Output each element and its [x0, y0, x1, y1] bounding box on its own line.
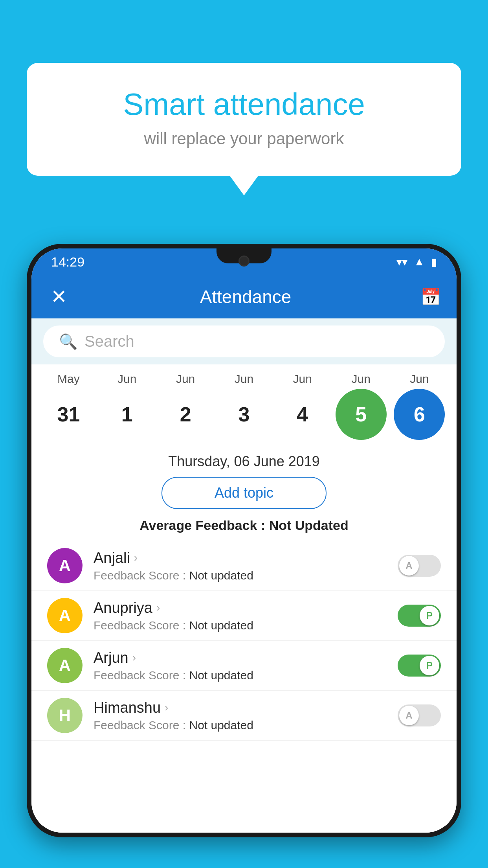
app-bar-title: Attendance: [200, 286, 292, 307]
toggle-thumb-arjun: P: [420, 656, 439, 675]
avatar-anupriya: A: [47, 598, 83, 633]
selected-date: Thursday, 06 June 2019: [31, 444, 457, 477]
toggle-thumb-anjali: A: [399, 556, 419, 576]
student-feedback-himanshu: Feedback Score : Not updated: [94, 719, 387, 732]
student-feedback-arjun: Feedback Score : Not updated: [94, 669, 387, 682]
month-4: Jun: [277, 372, 328, 386]
date-1[interactable]: 1: [101, 389, 152, 440]
speech-bubble: Smart attendance will replace your paper…: [27, 63, 461, 176]
phone-outer: 14:29 ▾▾ ▲ ▮ ✕ Attendance 📅 🔍 Search: [27, 244, 461, 837]
student-item-anupriya[interactable]: A Anupriya › Feedback Score : Not update…: [31, 591, 457, 641]
calendar-months: May Jun Jun Jun Jun Jun Jun: [39, 372, 449, 386]
avg-feedback-value: Not Updated: [269, 518, 349, 533]
student-info-anjali: Anjali › Feedback Score : Not updated: [94, 550, 387, 582]
date-5[interactable]: 5: [336, 389, 387, 440]
toggle-thumb-himanshu: A: [399, 706, 419, 725]
status-icons: ▾▾ ▲ ▮: [396, 256, 437, 268]
month-2: Jun: [160, 372, 211, 386]
phone-screen: 14:29 ▾▾ ▲ ▮ ✕ Attendance 📅 🔍 Search: [31, 248, 457, 833]
toggle-thumb-anupriya: P: [420, 606, 439, 625]
student-name-himanshu: Himanshu ›: [94, 699, 387, 716]
avg-feedback-label: Average Feedback :: [139, 518, 265, 533]
avatar-arjun: A: [47, 648, 83, 683]
wifi-icon: ▾▾: [396, 256, 407, 268]
student-info-anupriya: Anupriya › Feedback Score : Not updated: [94, 600, 387, 632]
student-name-arjun: Arjun ›: [94, 649, 387, 666]
calendar-button[interactable]: 📅: [420, 287, 441, 307]
month-3: Jun: [218, 372, 270, 386]
date-6[interactable]: 6: [394, 389, 445, 440]
student-feedback-anupriya: Feedback Score : Not updated: [94, 619, 387, 632]
chevron-anjali: ›: [134, 552, 138, 564]
month-1: Jun: [101, 372, 152, 386]
date-4[interactable]: 4: [277, 389, 328, 440]
toggle-anupriya[interactable]: P: [398, 605, 441, 627]
avatar-himanshu: H: [47, 698, 83, 733]
speech-bubble-container: Smart attendance will replace your paper…: [27, 63, 461, 176]
student-info-arjun: Arjun › Feedback Score : Not updated: [94, 649, 387, 682]
month-0: May: [43, 372, 94, 386]
month-6: Jun: [394, 372, 445, 386]
close-button[interactable]: ✕: [47, 285, 71, 308]
phone-camera: [238, 256, 250, 267]
student-name-anjali: Anjali ›: [94, 550, 387, 566]
student-info-himanshu: Himanshu › Feedback Score : Not updated: [94, 699, 387, 732]
student-list: A Anjali › Feedback Score : Not updated: [31, 541, 457, 833]
avatar-anjali: A: [47, 548, 83, 583]
student-item-anjali[interactable]: A Anjali › Feedback Score : Not updated: [31, 541, 457, 591]
month-5: Jun: [336, 372, 387, 386]
content-area: Thursday, 06 June 2019 Add topic Average…: [31, 444, 457, 833]
toggle-anjali[interactable]: A: [398, 555, 441, 577]
toggle-arjun[interactable]: P: [398, 655, 441, 677]
calendar-strip: May Jun Jun Jun Jun Jun Jun 31 1 2 3 4 5…: [31, 364, 457, 444]
date-3[interactable]: 3: [218, 389, 270, 440]
phone-notch: [216, 248, 272, 263]
chevron-anupriya: ›: [156, 601, 160, 614]
app-bar: ✕ Attendance 📅: [31, 275, 457, 318]
signal-icon: ▲: [414, 256, 425, 268]
search-container: 🔍 Search: [31, 318, 457, 364]
avg-feedback: Average Feedback : Not Updated: [31, 518, 457, 533]
main-title: Smart attendance: [58, 86, 430, 122]
date-31[interactable]: 31: [43, 389, 94, 440]
student-feedback-anjali: Feedback Score : Not updated: [94, 569, 387, 582]
calendar-dates: 31 1 2 3 4 5 6: [39, 389, 449, 440]
add-topic-button[interactable]: Add topic: [161, 477, 327, 509]
search-bar[interactable]: 🔍 Search: [43, 326, 445, 357]
student-item-arjun[interactable]: A Arjun › Feedback Score : Not updated: [31, 641, 457, 691]
phone-frame: 14:29 ▾▾ ▲ ▮ ✕ Attendance 📅 🔍 Search: [27, 244, 461, 868]
student-item-himanshu[interactable]: H Himanshu › Feedback Score : Not update…: [31, 691, 457, 741]
status-time: 14:29: [51, 254, 84, 270]
battery-icon: ▮: [431, 256, 437, 268]
chevron-himanshu: ›: [165, 701, 168, 714]
toggle-himanshu[interactable]: A: [398, 704, 441, 726]
main-subtitle: will replace your paperwork: [58, 129, 430, 148]
date-2[interactable]: 2: [160, 389, 211, 440]
search-icon: 🔍: [59, 333, 77, 350]
student-name-anupriya: Anupriya ›: [94, 600, 387, 616]
chevron-arjun: ›: [132, 651, 136, 664]
search-input-placeholder[interactable]: Search: [84, 333, 134, 350]
